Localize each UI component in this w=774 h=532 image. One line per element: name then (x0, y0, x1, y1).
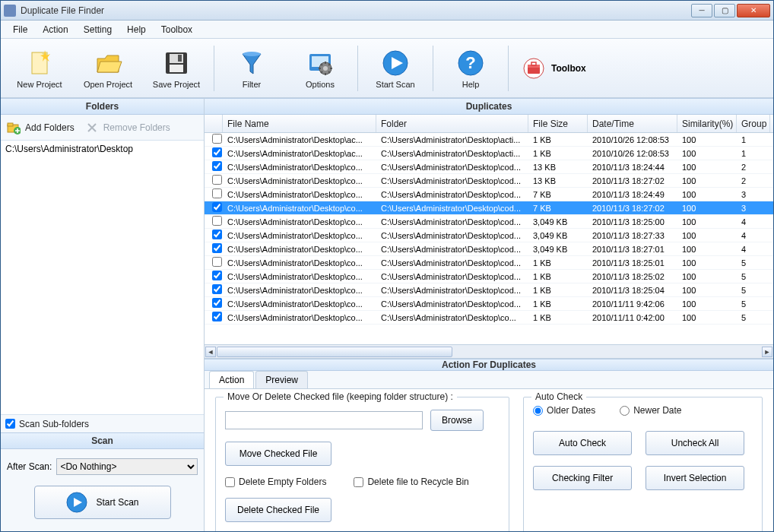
folder-list[interactable]: C:\Users\Administrator\Desktop (1, 141, 204, 414)
table-body[interactable]: C:\Users\Administrator\Desktop\ac...C:\U… (205, 133, 773, 344)
target-folder-input[interactable] (225, 411, 423, 429)
cell-folder: C:\Users\Administrator\Desktop\acti... (376, 149, 528, 158)
toolbar-separator (214, 46, 214, 91)
cell-datetime: 2010/11/3 18:25:02 (588, 272, 677, 281)
menu-toolbox[interactable]: Toolbox (154, 22, 200, 37)
row-checkbox[interactable] (212, 298, 222, 308)
toolbar-save-project[interactable]: Save Project (142, 42, 211, 95)
cell-folder: C:\Users\Administrator\Desktop\cod... (376, 204, 528, 213)
scan-subfolders-row: Scan Sub-folders (1, 414, 204, 432)
delete-recycle-checkbox[interactable]: Delete file to Recycle Bin (354, 477, 468, 487)
scan-subfolders-checkbox[interactable]: Scan Sub-folders (5, 419, 89, 429)
cell-group: 4 (737, 231, 770, 240)
start-scan-button[interactable]: Start Scan (34, 486, 171, 519)
row-checkbox[interactable] (212, 134, 222, 144)
row-checkbox[interactable] (212, 216, 222, 226)
horizontal-scrollbar[interactable]: ◄ ► (205, 344, 773, 358)
toolbox-icon (522, 57, 545, 80)
row-checkbox[interactable] (212, 271, 222, 280)
row-checkbox[interactable] (212, 147, 222, 157)
checking-filter-button[interactable]: Checking Filter (533, 466, 632, 490)
cell-similarity: 100 (677, 204, 737, 213)
cell-filename: C:\Users\Administrator\Desktop\co... (223, 286, 376, 295)
row-checkbox[interactable] (212, 284, 222, 294)
scroll-right-arrow[interactable]: ► (762, 347, 772, 357)
tab-preview[interactable]: Preview (255, 371, 308, 388)
toolbar-start-scan[interactable]: Start Scan (361, 42, 430, 95)
tab-action[interactable]: Action (209, 371, 254, 388)
table-row[interactable]: C:\Users\Administrator\Desktop\co...C:\U… (205, 242, 773, 256)
after-scan-select[interactable]: <Do Nothing> (56, 458, 198, 475)
cell-filename: C:\Users\Administrator\Desktop\co... (223, 258, 376, 268)
cell-size: 1 KB (528, 313, 588, 322)
delete-checked-button[interactable]: Delete Checked File (225, 498, 331, 522)
menu-help[interactable]: Help (119, 22, 154, 37)
row-checkbox[interactable] (212, 257, 222, 267)
toolbar-help[interactable]: ?Help (436, 42, 505, 95)
table-row[interactable]: C:\Users\Administrator\Desktop\co...C:\U… (205, 311, 773, 325)
table-row[interactable]: C:\Users\Administrator\Desktop\co...C:\U… (205, 160, 773, 174)
menu-file[interactable]: File (5, 22, 35, 37)
cell-similarity: 100 (677, 286, 737, 295)
duplicates-table: File NameFolderFile SizeDate/TimeSimilar… (205, 115, 773, 358)
scroll-thumb[interactable] (217, 347, 452, 357)
menu-setting[interactable]: Setting (76, 22, 119, 37)
column-header[interactable]: Date/Time (588, 115, 677, 132)
table-row[interactable]: C:\Users\Administrator\Desktop\co...C:\U… (205, 201, 773, 215)
left-pane: Folders Add Folders Remove Folders C:\Us… (1, 98, 205, 531)
column-header[interactable]: Group (737, 115, 770, 132)
scan-subfolders-input[interactable] (5, 419, 15, 429)
scan-header: Scan (1, 432, 204, 449)
cell-filename: C:\Users\Administrator\Desktop\co... (223, 176, 376, 185)
row-checkbox[interactable] (212, 161, 222, 171)
table-row[interactable]: C:\Users\Administrator\Desktop\co...C:\U… (205, 188, 773, 201)
older-dates-radio[interactable]: Older Dates (533, 405, 595, 416)
remove-folders-button[interactable]: Remove Folders (85, 121, 170, 135)
table-row[interactable]: C:\Users\Administrator\Desktop\co...C:\U… (205, 270, 773, 283)
row-checkbox[interactable] (212, 243, 222, 253)
move-checked-button[interactable]: Move Checked File (225, 442, 331, 466)
action-header: Action For Duplicates (205, 359, 773, 371)
cell-group: 5 (737, 299, 770, 309)
add-folders-button[interactable]: Add Folders (7, 121, 75, 135)
table-row[interactable]: C:\Users\Administrator\Desktop\co...C:\U… (205, 283, 773, 297)
table-row[interactable]: C:\Users\Administrator\Desktop\co...C:\U… (205, 215, 773, 229)
toolbar-filter[interactable]: Filter (217, 42, 286, 95)
column-header[interactable] (205, 115, 223, 132)
toolbar-options[interactable]: Options (286, 42, 354, 95)
toolbar-open-project[interactable]: Open Project (74, 42, 142, 95)
invert-selection-button[interactable]: Invert Selection (646, 466, 744, 490)
toolbar-label: Help (462, 80, 480, 89)
table-row[interactable]: C:\Users\Administrator\Desktop\co...C:\U… (205, 297, 773, 311)
row-checkbox[interactable] (212, 188, 222, 198)
table-row[interactable]: C:\Users\Administrator\Desktop\ac...C:\U… (205, 133, 773, 147)
auto-check-button[interactable]: Auto Check (533, 431, 632, 455)
minimize-button[interactable]: ─ (691, 4, 712, 17)
table-row[interactable]: C:\Users\Administrator\Desktop\co...C:\U… (205, 229, 773, 242)
close-button[interactable]: ✕ (737, 4, 770, 17)
table-row[interactable]: C:\Users\Administrator\Desktop\co...C:\U… (205, 256, 773, 270)
filter-icon (236, 48, 267, 78)
newer-date-radio[interactable]: Newer Date (620, 405, 681, 416)
menu-action[interactable]: Action (35, 22, 75, 37)
folder-path[interactable]: C:\Users\Administrator\Desktop (5, 144, 199, 154)
browse-button[interactable]: Browse (430, 410, 484, 431)
cell-similarity: 100 (677, 163, 737, 172)
row-checkbox[interactable] (212, 175, 222, 185)
table-row[interactable]: C:\Users\Administrator\Desktop\ac...C:\U… (205, 147, 773, 160)
column-header[interactable]: Folder (376, 115, 528, 132)
row-checkbox[interactable] (212, 312, 222, 321)
toolbar-new-project[interactable]: New Project (5, 42, 74, 95)
delete-empty-checkbox[interactable]: Delete Empty Folders (225, 477, 326, 487)
menubar: FileActionSettingHelpToolbox (1, 21, 773, 39)
scroll-left-arrow[interactable]: ◄ (205, 347, 216, 357)
maximize-button[interactable]: ▢ (714, 4, 735, 17)
toolbar-toolbox[interactable]: Toolbox (512, 57, 597, 80)
row-checkbox[interactable] (212, 202, 222, 212)
column-header[interactable]: Similarity(%) (677, 115, 737, 132)
uncheck-all-button[interactable]: Uncheck All (646, 431, 744, 455)
table-row[interactable]: C:\Users\Administrator\Desktop\co...C:\U… (205, 174, 773, 188)
column-header[interactable]: File Name (223, 115, 376, 132)
column-header[interactable]: File Size (528, 115, 588, 132)
row-checkbox[interactable] (212, 230, 222, 239)
